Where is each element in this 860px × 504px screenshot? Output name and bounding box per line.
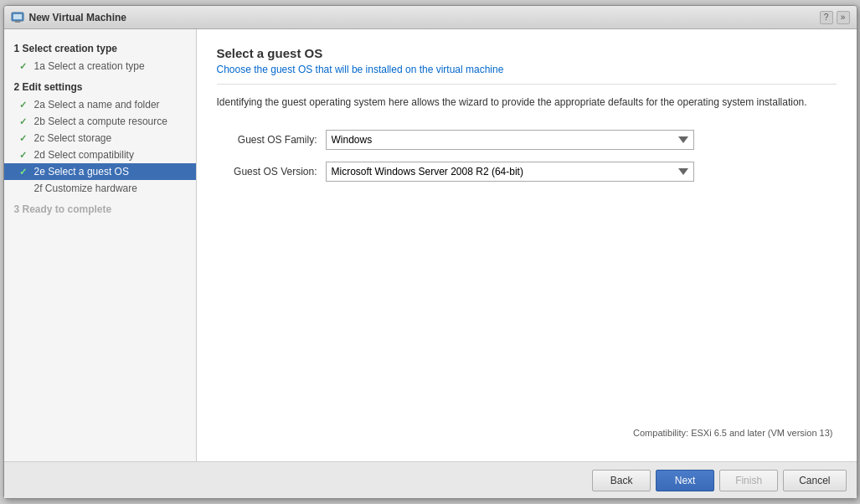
expand-button[interactable]: » <box>837 11 850 24</box>
window-title: New Virtual Machine <box>29 12 126 23</box>
sidebar-item-2f-label: 2f Customize hardware <box>34 183 137 194</box>
sidebar-item-2c[interactable]: 2c Select storage <box>4 130 196 147</box>
guest-os-version-label: Guest OS Version: <box>217 166 317 177</box>
svg-rect-2 <box>15 21 20 23</box>
compatibility-text: Compatibility: ESXi 6.5 and later (VM ve… <box>217 428 837 445</box>
sidebar-item-2b[interactable]: 2b Select a compute resource <box>4 113 196 130</box>
sidebar-item-2e[interactable]: 2e Select a guest OS <box>4 163 196 180</box>
page-description: Identifying the guest operating system h… <box>217 95 837 110</box>
page-subtitle: Choose the guest OS that will be install… <box>217 64 837 85</box>
sidebar-item-2a[interactable]: 2a Select a name and folder <box>4 96 196 113</box>
section3-label: 3 Ready to complete <box>14 203 112 215</box>
sidebar-item-2d[interactable]: 2d Select compatibility <box>4 147 196 163</box>
guest-os-version-row: Guest OS Version: Microsoft Windows Serv… <box>217 162 837 182</box>
sidebar-item-2b-label: 2b Select a compute resource <box>34 116 167 127</box>
new-virtual-machine-window: New Virtual Machine ? » 1 Select creatio… <box>3 5 857 499</box>
help-button[interactable]: ? <box>820 11 833 24</box>
sidebar-item-1a[interactable]: 1a Select a creation type <box>4 58 196 75</box>
guest-os-family-row: Guest OS Family: Windows Linux Other <box>217 130 837 150</box>
main-content: Select a guest OS Choose the guest OS th… <box>197 29 857 461</box>
title-bar-left: New Virtual Machine <box>11 11 126 24</box>
content-area: 1 Select creation type 1a Select a creat… <box>4 29 857 461</box>
sidebar-section-2-header: 2 Edit settings <box>4 78 196 96</box>
sidebar-item-2d-label: 2d Select compatibility <box>34 149 134 161</box>
sidebar-item-1a-label: 1a Select a creation type <box>34 60 145 72</box>
footer: Back Next Finish Cancel <box>4 461 857 498</box>
title-bar-controls: ? » <box>820 11 850 24</box>
section2-label: 2 Edit settings <box>14 81 83 93</box>
section1-label: 1 Select creation type <box>14 43 117 54</box>
next-button[interactable]: Next <box>656 470 714 491</box>
vm-icon <box>11 11 24 24</box>
sidebar-item-2f[interactable]: 2f Customize hardware <box>4 180 196 197</box>
guest-os-family-label: Guest OS Family: <box>217 134 317 146</box>
back-button[interactable]: Back <box>592 470 651 491</box>
sidebar-item-2c-label: 2c Select storage <box>34 132 112 144</box>
sidebar-item-2e-label: 2e Select a guest OS <box>34 166 129 177</box>
title-bar: New Virtual Machine ? » <box>4 6 857 29</box>
sidebar: 1 Select creation type 1a Select a creat… <box>4 29 197 461</box>
finish-button[interactable]: Finish <box>719 470 778 491</box>
page-title: Select a guest OS <box>217 46 837 60</box>
guest-os-version-select[interactable]: Microsoft Windows Server 2008 R2 (64-bit… <box>326 162 694 182</box>
sidebar-item-2a-label: 2a Select a name and folder <box>34 99 160 111</box>
cancel-button[interactable]: Cancel <box>783 470 846 491</box>
sidebar-section-1-header: 1 Select creation type <box>4 39 196 58</box>
svg-rect-1 <box>13 14 22 19</box>
sidebar-section-3-header: 3 Ready to complete <box>4 200 196 219</box>
guest-os-family-select[interactable]: Windows Linux Other <box>326 130 694 150</box>
